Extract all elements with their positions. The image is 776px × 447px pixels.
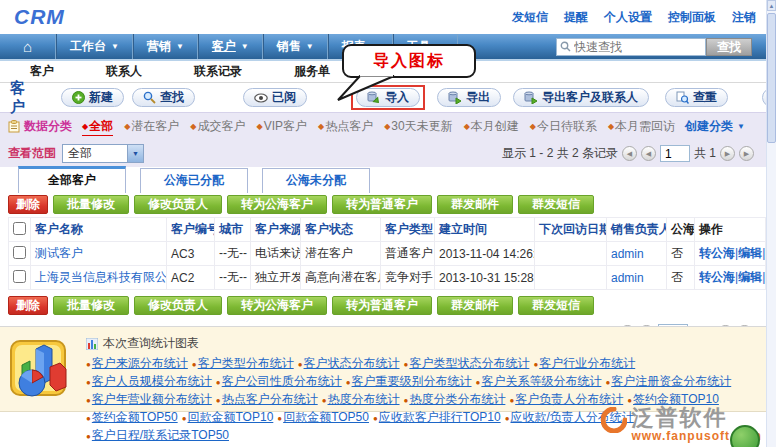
stat-link[interactable]: ●客户行业分布统计 [533, 356, 635, 370]
batch-action-button[interactable]: 修改负责人 [134, 195, 222, 214]
select-all-checkbox[interactable] [13, 222, 26, 235]
top-link[interactable]: 发短信 [512, 10, 548, 24]
row-checkbox[interactable] [13, 270, 26, 283]
last-page-button[interactable]: ▶ [739, 146, 754, 161]
stat-link[interactable]: ●客户类型分布统计 [192, 356, 294, 370]
service-bubble-icon[interactable] [730, 425, 760, 447]
quick-search-input[interactable] [574, 40, 694, 54]
export-icon [524, 91, 538, 104]
category-filter[interactable]: ◆30天未更新 [384, 118, 453, 135]
mark-read-button[interactable]: 已阅 [243, 88, 307, 107]
edit-link[interactable]: 编辑 [738, 270, 762, 284]
owner-link[interactable]: admin [611, 247, 644, 261]
stat-link[interactable]: ●热度分布统计 [322, 392, 400, 406]
batch-action-button[interactable]: 群发短信 [518, 296, 594, 315]
batch-action-button[interactable]: 删除 [8, 296, 48, 315]
batch-action-button[interactable]: 群发短信 [518, 195, 594, 214]
tab-public-unassigned[interactable]: 公海未分配 [262, 168, 370, 193]
category-filter[interactable]: ◆全部 [82, 118, 113, 136]
top-link[interactable]: 注销 [732, 10, 756, 24]
category-filter[interactable]: ◆今日待联系 [530, 118, 597, 135]
to-public-sea-link[interactable]: 转公海 [699, 246, 735, 260]
edit-link[interactable]: 编辑 [738, 246, 762, 260]
stat-link[interactable]: ●签约金额TOP10 [627, 392, 719, 406]
batch-action-button[interactable]: 批量修改 [53, 296, 129, 315]
export-customers-contacts-button[interactable]: 导出客户及联系人 [513, 88, 649, 107]
stat-link[interactable]: ●客户来源分布统计 [86, 356, 188, 370]
stat-link[interactable]: ●客户状态分布统计 [298, 356, 400, 370]
stats-title: 本次查询统计图表 [103, 335, 199, 352]
quick-search-button[interactable]: 查找 [706, 38, 752, 56]
batch-action-button[interactable]: 转为普通客户 [332, 296, 432, 315]
top-link[interactable]: 个人设置 [604, 10, 652, 24]
customer-name-link[interactable]: 测试客户 [35, 246, 83, 260]
page-title: 客户 [10, 79, 25, 117]
stat-link[interactable]: ●回款金额TOP10 [182, 410, 274, 424]
prev-page-button[interactable]: ◀ [641, 146, 656, 161]
subnav-item-service-orders[interactable]: 服务单 [294, 63, 330, 80]
dedupe-button[interactable]: 查重 [665, 88, 728, 107]
subnav-item-contact-records[interactable]: 联系记录 [194, 63, 242, 80]
batch-actions-top: 删除批量修改修改负责人转为公海客户转为普通客户群发邮件群发短信 [0, 193, 766, 215]
nav-item-workbench[interactable]: 工作台▼ [56, 34, 133, 59]
subnav-item-customer[interactable]: 客户 [30, 63, 54, 80]
create-category-button[interactable]: 创建分类▼ [685, 118, 745, 135]
category-filter[interactable]: ◆本月需回访 [608, 118, 675, 135]
bullet-icon: ● [322, 392, 327, 409]
batch-action-button[interactable]: 群发邮件 [437, 296, 513, 315]
first-page-button[interactable]: ◀ [622, 146, 637, 161]
stat-link[interactable]: ●客户日程/联系记录TOP50 [86, 428, 229, 442]
to-public-sea-link[interactable]: 转公海 [699, 270, 735, 284]
batch-action-button[interactable]: 修改负责人 [134, 296, 222, 315]
category-filter[interactable]: ◆本月创建 [464, 118, 519, 135]
nav-item-customer[interactable]: 客户▼ [198, 34, 263, 59]
category-filter[interactable]: ◆成交客户 [190, 118, 245, 135]
new-button[interactable]: 新建 [61, 88, 124, 107]
subnav-item-contacts[interactable]: 联系人 [106, 63, 142, 80]
tab-public-assigned[interactable]: 公海已分配 [140, 168, 248, 193]
stat-link[interactable]: ●客户人员规模分布统计 [86, 374, 212, 388]
nav-item-sales[interactable]: 销售▼ [263, 34, 328, 59]
stat-link[interactable]: ●客户注册资金分布统计 [605, 374, 731, 388]
stat-link[interactable]: ●客户类型状态分布统计 [404, 356, 530, 370]
bullet-icon: ● [505, 410, 510, 427]
category-filter[interactable]: ◆VIP客户 [256, 118, 307, 135]
vertical-scrollbar[interactable]: ▲ [766, 0, 776, 447]
stat-link[interactable]: ●应收款客户排行TOP10 [373, 410, 501, 424]
stat-link[interactable]: ●客户年营业额分布统计 [86, 392, 212, 406]
stat-link[interactable]: ●签约金额TOP50 [86, 410, 178, 424]
home-button[interactable]: ⌂ [0, 34, 56, 59]
stat-link[interactable]: ●客户重要级别分布统计 [346, 374, 472, 388]
bullet-icon: ● [216, 392, 221, 409]
batch-action-button[interactable]: 群发邮件 [437, 195, 513, 214]
batch-action-button[interactable]: 删除 [8, 195, 48, 214]
stat-link[interactable]: ●客户公司性质分布统计 [216, 374, 342, 388]
batch-action-button[interactable]: 转为公海客户 [227, 195, 327, 214]
category-filter[interactable]: ◆潜在客户 [124, 118, 179, 135]
stat-link[interactable]: ●热度分类分布统计 [404, 392, 506, 406]
top-link[interactable]: 提醒 [564, 10, 588, 24]
batch-action-button[interactable]: 转为普通客户 [332, 195, 432, 214]
export-button[interactable]: 导出 [437, 88, 501, 107]
next-page-button[interactable]: ▶ [720, 146, 735, 161]
stat-link[interactable]: ●热点客户分布统计 [216, 392, 318, 406]
find-button[interactable]: 查找 [132, 88, 195, 107]
batch-action-button[interactable]: 批量修改 [53, 195, 129, 214]
category-filter[interactable]: ◆热点客户 [318, 118, 373, 135]
stat-link[interactable]: ●客户负责人分布统计 [509, 392, 623, 406]
customer-name-link[interactable]: 上海灵当信息科技有限公司... [35, 270, 167, 284]
scrollbar-thumb[interactable] [767, 13, 776, 143]
stat-link[interactable]: ●回款金额TOP50 [277, 410, 369, 424]
scope-select[interactable]: 全部 ▼ [62, 144, 144, 163]
row-checkbox[interactable] [13, 246, 26, 259]
stat-link[interactable]: ●客户关系等级分布统计 [476, 374, 602, 388]
page-number-input[interactable] [660, 145, 690, 162]
diamond-icon: ◆ [318, 122, 324, 131]
scroll-up-icon[interactable]: ▲ [767, 0, 776, 11]
nav-item-marketing[interactable]: 营销▼ [133, 34, 198, 59]
top-link[interactable]: 控制面板 [668, 10, 716, 24]
batch-action-button[interactable]: 转为公海客户 [227, 296, 327, 315]
import-callout: 导入图标 [342, 44, 476, 78]
tab-all-customers[interactable]: 全部客户 [18, 166, 126, 193]
owner-link[interactable]: admin [611, 271, 644, 285]
